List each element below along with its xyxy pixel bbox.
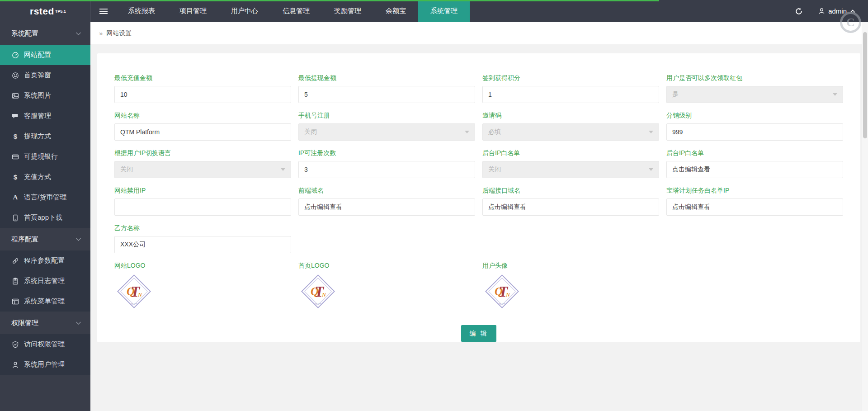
- backend-api-domain-input[interactable]: [482, 198, 659, 216]
- min-withdraw-amount-input[interactable]: [298, 86, 475, 103]
- select-value: 必填: [488, 128, 501, 136]
- chat-icon: [11, 113, 19, 120]
- logo-field-home-logo: 首页LOGOQTNQTN: [298, 262, 475, 309]
- field-backend-api-domain: 后端接口域名: [482, 187, 659, 216]
- select-caret-icon: [465, 131, 469, 133]
- sidebar-item-home-popup[interactable]: 首页弹窗: [0, 65, 90, 85]
- tab-project-management[interactable]: 项目管理: [167, 0, 219, 22]
- phone-register-select[interactable]: 关闭: [298, 123, 475, 141]
- logo-upload-row: 网站LOGOQTNQTN首页LOGOQTNQTN用户头像QTNQTN: [114, 262, 843, 309]
- sidebar-item-withdraw-banks[interactable]: 可提现银行: [0, 146, 90, 167]
- site-banned-ip-input[interactable]: [114, 198, 291, 216]
- ip-register-count-input[interactable]: [298, 161, 475, 178]
- scrollbar-thumb[interactable]: [863, 32, 867, 138]
- field-label: 网站禁用IP: [114, 187, 291, 195]
- field-signin-points: 签到获得积分: [482, 74, 659, 103]
- top-nav-tabs: 系统报表项目管理用户中心信息管理奖励管理余额宝系统管理: [116, 0, 470, 22]
- field-admin-ip-whitelist-switch: 后台IP白名单关闭: [482, 149, 659, 178]
- frontend-domain-input[interactable]: [298, 198, 475, 216]
- sidebar-item-customer-service[interactable]: 客服管理: [0, 106, 90, 126]
- sidebar-item-label: 语言/货币管理: [24, 193, 66, 202]
- tab-system-management[interactable]: 系统管理: [418, 0, 470, 22]
- chevron-up-icon: [850, 9, 855, 13]
- field-label: 后台IP白名单: [482, 149, 659, 157]
- sidebar-item-withdraw-methods[interactable]: $提现方式: [0, 126, 90, 146]
- card-icon: [11, 153, 19, 161]
- sidebar-item-system-log-management[interactable]: 系统日志管理: [0, 271, 90, 291]
- field-label: 分销级别: [666, 112, 843, 120]
- dollar-icon: $: [11, 173, 19, 181]
- sidebar-item-system-user-management[interactable]: 系统用户管理: [0, 354, 90, 375]
- admin-ip-whitelist-input[interactable]: [666, 161, 843, 178]
- party-b-name-input[interactable]: [114, 236, 291, 253]
- shield-icon: [11, 341, 19, 348]
- admin-user-menu[interactable]: admin: [818, 7, 855, 15]
- sidebar-item-label: 可提现银行: [24, 152, 58, 161]
- distribution-level-input[interactable]: [666, 123, 843, 141]
- field-label: 网站名称: [114, 112, 291, 120]
- logo-label: 网站LOGO: [114, 262, 291, 270]
- field-label: 根据用户IP切换语言: [114, 149, 291, 157]
- edit-submit-button[interactable]: 编 辑: [461, 325, 497, 342]
- tab-system-reports[interactable]: 系统报表: [116, 0, 167, 22]
- image-icon: [11, 92, 19, 99]
- refresh-icon[interactable]: [795, 7, 803, 15]
- sidebar-item-language-currency[interactable]: A语言/货币管理: [0, 187, 90, 208]
- sidebar-item-recharge-methods[interactable]: $充值方式: [0, 167, 90, 187]
- site-name-input[interactable]: [114, 123, 291, 141]
- logo-monogram: QTNQTN: [298, 274, 338, 309]
- sidebar-item-home-app-download[interactable]: 首页app下载: [0, 208, 90, 228]
- sidebar-item-website-config[interactable]: 网站配置: [0, 45, 90, 65]
- site-logo-image[interactable]: QTNQTN: [114, 274, 154, 309]
- field-label: 最低提现金额: [298, 74, 475, 82]
- user-icon: [818, 8, 825, 14]
- user-avatar-image[interactable]: QTNQTN: [482, 274, 522, 309]
- select-value: 是: [672, 90, 679, 99]
- breadcrumb-separator-icon: »: [99, 29, 103, 37]
- sidebar-item-label: 客服管理: [24, 112, 51, 120]
- invite-code-select[interactable]: 必填: [482, 123, 659, 141]
- sidebar-item-access-permission[interactable]: 访问权限管理: [0, 334, 90, 354]
- home-logo-image[interactable]: QTNQTN: [298, 274, 338, 309]
- signin-points-input[interactable]: [482, 86, 659, 103]
- sidebar-item-label: 系统日志管理: [24, 277, 65, 285]
- sidebar-group-label: 程序配置: [11, 235, 75, 244]
- sidebar-item-label: 系统用户管理: [24, 360, 65, 369]
- sidebar-group-system-config[interactable]: 系统配置: [0, 22, 90, 45]
- breadcrumb: » 网站设置: [90, 22, 868, 44]
- phone-icon: [11, 214, 19, 222]
- field-min-withdraw-amount: 最低提现金额: [298, 74, 475, 103]
- tab-user-center[interactable]: 用户中心: [219, 0, 270, 22]
- app-logo-version: TP5.1: [55, 9, 66, 14]
- bt-task-whitelist-ip-input[interactable]: [666, 198, 843, 216]
- field-distribution-level: 分销级别: [666, 112, 843, 141]
- select-value: 关闭: [304, 128, 317, 136]
- field-ip-register-count: IP可注册次数: [298, 149, 475, 178]
- sidebar-item-program-params-config[interactable]: 程序参数配置: [0, 250, 90, 271]
- dollar-icon: $: [11, 132, 19, 140]
- sidebar-item-system-images[interactable]: 系统图片: [0, 85, 90, 106]
- sidebar-group-label: 系统配置: [11, 29, 75, 38]
- settings-form-card: 最低充值金额最低提现金额签到获得积分用户是否可以多次领取红包是网站名称手机号注册…: [97, 53, 860, 342]
- sidebar-group-program-config[interactable]: 程序配置: [0, 228, 90, 250]
- tab-reward-management[interactable]: 奖励管理: [322, 0, 373, 22]
- chevron-down-icon: [75, 32, 81, 36]
- tab-yuebao[interactable]: 余额宝: [373, 0, 418, 22]
- gauge-icon: [11, 52, 19, 59]
- hamburger-menu-icon[interactable]: [90, 0, 116, 22]
- sidebar-item-label: 网站配置: [24, 51, 51, 59]
- multi-redpacket-select[interactable]: 是: [666, 86, 843, 103]
- smiley-icon: [11, 72, 19, 79]
- admin-ip-whitelist-switch-select[interactable]: 关闭: [482, 161, 659, 178]
- field-invite-code: 邀请码必填: [482, 112, 659, 141]
- ip-language-switch-select[interactable]: 关闭: [114, 161, 291, 178]
- field-label: 用户是否可以多次领取红包: [666, 74, 843, 82]
- field-frontend-domain: 前端域名: [298, 187, 475, 216]
- chevron-down-icon: [75, 237, 81, 241]
- tab-info-management[interactable]: 信息管理: [270, 0, 322, 22]
- sidebar-item-system-menu-management[interactable]: 系统菜单管理: [0, 291, 90, 312]
- sidebar-item-label: 系统图片: [24, 91, 51, 100]
- sidebar-group-permission-management[interactable]: 权限管理: [0, 312, 90, 334]
- min-recharge-amount-input[interactable]: [114, 86, 291, 103]
- sidebar-item-label: 提现方式: [24, 132, 51, 141]
